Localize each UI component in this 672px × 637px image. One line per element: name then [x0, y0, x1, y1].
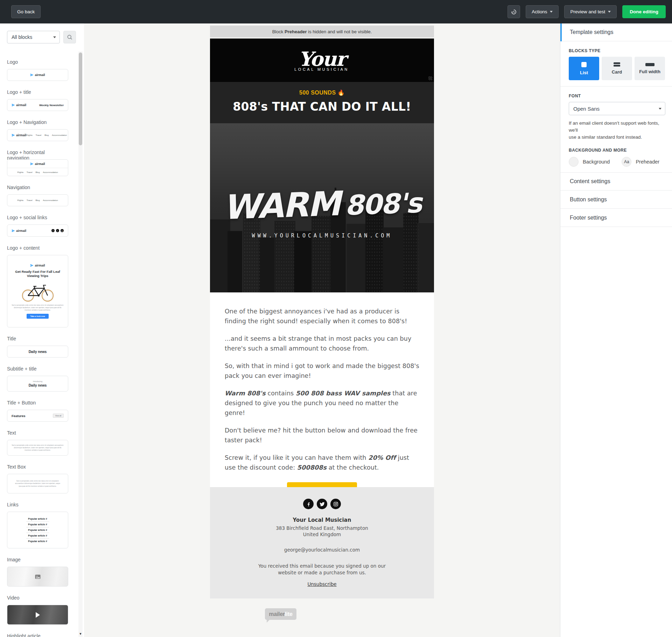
scrollbar-thumb[interactable]: [79, 53, 82, 145]
preview-social-icons: f t ◎: [51, 229, 64, 232]
unsubscribe-link[interactable]: Unsubscribe: [307, 581, 336, 587]
search-icon: [67, 34, 72, 40]
email-title-block[interactable]: 500 SOUNDS 🔥 808's THAT CAN DO IT ALL!: [210, 82, 434, 123]
email-text-block[interactable]: One of the biggest annoyances i've had a…: [210, 292, 434, 487]
chevron-down-icon: [659, 108, 662, 110]
block-template-video[interactable]: [7, 605, 68, 625]
divider: [560, 86, 672, 86]
twitter-icon: t: [56, 229, 59, 232]
block-template-subtitle-title[interactable]: Introducing Daily news: [7, 376, 68, 392]
block-template-title-button[interactable]: Features View all: [7, 410, 68, 422]
block-template-text-box[interactable]: Sed ut perspiciatis unde omnis iste natu…: [7, 474, 68, 493]
divider: [27, 533, 49, 533]
font-select[interactable]: Open Sans: [569, 102, 665, 115]
hero-graffiti-title: WARM808's: [210, 181, 434, 228]
block-template-title[interactable]: Daily news: [7, 346, 68, 358]
done-editing-button[interactable]: Done editing: [622, 5, 666, 18]
airmail-logo: airmail: [30, 73, 45, 77]
block-category-label: Navigation: [7, 185, 68, 191]
preview-title: Daily news: [29, 350, 47, 354]
full-width-icon: [645, 63, 654, 66]
scrollbar-down-arrow[interactable]: ▼: [78, 632, 83, 636]
blocks-type-full-width-button[interactable]: Full width: [635, 57, 665, 80]
preview-text: Sed ut perspiciatis unde omnis iste natu…: [14, 480, 61, 487]
content-settings-section[interactable]: Content settings: [560, 172, 672, 191]
go-back-button[interactable]: Go back: [11, 5, 41, 18]
blocks-type-options: List Card Full width: [569, 57, 665, 80]
preview-label: Preview and test: [570, 9, 605, 14]
paragraph: So, with that in mind i got to work and …: [225, 361, 419, 381]
block-category-label: Logo + Navigation: [7, 119, 68, 125]
airmail-logo: airmail: [12, 229, 26, 233]
footer-brand: Your Local Musician: [210, 517, 434, 523]
paper-plane-icon: [30, 264, 34, 267]
block-category-label: Highlight article: [7, 633, 68, 637]
preview-nav: FlightsTravel BlogAccommodation: [26, 134, 67, 136]
blocks-type-card-button[interactable]: Card: [602, 57, 632, 80]
hero-website-url: WWW.YOURLOCALMUSICIAN.COM: [210, 233, 434, 239]
footer-settings-section[interactable]: Footer settings: [560, 209, 672, 227]
block-template-logo-navigation[interactable]: airmail FlightsTravel BlogAccommodation: [7, 129, 68, 141]
preview-text: Sed ut perspiciatis unde omnis iste natu…: [12, 444, 64, 452]
block-template-navigation[interactable]: FlightsTravel BlogAccommodation: [7, 194, 68, 206]
card-icon: [614, 62, 620, 67]
block-template-logo-horizontal-navigation[interactable]: airmail FlightsTravel BlogAccommodation: [7, 159, 68, 176]
email-logo-block[interactable]: Your LOCAL MUSICIAN: [210, 39, 434, 82]
block-template-text[interactable]: Sed ut perspiciatis unde omnis iste natu…: [7, 440, 68, 456]
blocks-type-list-button[interactable]: List: [569, 57, 599, 80]
block-template-logo-content[interactable]: airmail Get Ready Fast For Fall Leaf Vie…: [7, 255, 68, 327]
airmail-logo: airmail: [30, 162, 45, 166]
email-hero-image[interactable]: WARM808's WWW.YOURLOCALMUSICIAN.COM: [210, 123, 434, 292]
block-template-logo-social-links[interactable]: airmail f t ◎: [7, 224, 68, 237]
email-canvas: Block Preheader is hidden and will not b…: [84, 23, 560, 637]
preview-link: Popular article #: [28, 523, 47, 526]
paragraph: One of the biggest annoyances i've had a…: [225, 306, 419, 326]
chevron-down-icon: [608, 11, 611, 13]
sidebar-scrollbar[interactable]: ▼: [78, 51, 83, 637]
block-category-label: Text: [7, 430, 68, 436]
template-settings-header[interactable]: Template settings: [560, 23, 672, 41]
background-and-more-label: BACKGROUND AND MORE: [569, 148, 665, 153]
paragraph: Don't believe me? hit the button below a…: [225, 425, 419, 445]
block-template-logo-title[interactable]: airmail Weekly Newsletter: [7, 99, 68, 111]
blocks-filter-select[interactable]: All blocks: [7, 31, 60, 43]
email-footer-block[interactable]: Your Local Musician 383 Birchfield Road …: [210, 487, 434, 598]
block-template-image[interactable]: [7, 567, 68, 587]
preview-and-test-button[interactable]: Preview and test: [564, 5, 617, 18]
preview-subtitle: Introducing: [33, 380, 42, 382]
paper-plane-icon: [30, 73, 34, 77]
font-label: FONT: [569, 94, 665, 98]
instagram-icon[interactable]: [330, 499, 341, 509]
actions-label: Actions: [532, 9, 547, 14]
block-category-label: Logo + title: [7, 89, 68, 95]
search-button[interactable]: [63, 31, 76, 43]
block-category-label: Title + Button: [7, 400, 68, 406]
mailerlite-badge[interactable]: mailerlite: [265, 608, 296, 620]
image-icon: [35, 574, 41, 580]
preview-link: Popular article #: [28, 540, 47, 542]
block-category-label: Image: [7, 557, 68, 563]
preview-nav: FlightsTravel BlogAccommodation: [17, 171, 58, 173]
button-settings-section[interactable]: Button settings: [560, 191, 672, 209]
chevron-down-icon: [550, 11, 553, 13]
block-template-links[interactable]: Popular article # Popular article # Popu…: [7, 512, 68, 548]
play-icon: [36, 612, 40, 618]
paper-plane-icon: [12, 103, 15, 107]
facebook-icon[interactable]: [303, 499, 314, 509]
block-category-label: Links: [7, 502, 68, 508]
divider: [27, 538, 49, 539]
block-template-logo[interactable]: airmail: [7, 69, 68, 81]
bicycle-image: [20, 280, 56, 303]
revision-history-button[interactable]: [507, 5, 520, 18]
instagram-icon: ◎: [61, 229, 64, 232]
block-resize-handle[interactable]: [428, 76, 432, 80]
font-fallback-note: If an email client doesn't support web f…: [569, 120, 665, 141]
twitter-icon[interactable]: [317, 499, 327, 509]
preheader-setting[interactable]: Aa Preheader: [622, 157, 659, 167]
preview-heading: Get Ready Fast For Fall Leaf Viewing Tri…: [12, 270, 64, 278]
cta-button[interactable]: GIMME MY FREE SHIT: [287, 482, 357, 487]
background-setting[interactable]: Background: [569, 157, 610, 167]
chevron-down-icon: [53, 36, 56, 38]
divider: [27, 521, 49, 522]
actions-button[interactable]: Actions: [526, 5, 559, 18]
